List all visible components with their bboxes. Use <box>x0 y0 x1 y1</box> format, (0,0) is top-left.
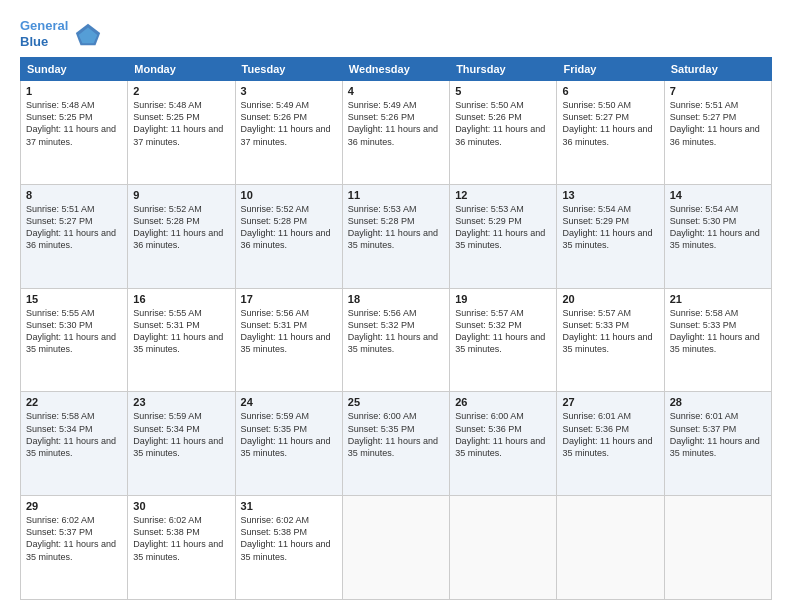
day-number: 13 <box>562 189 658 201</box>
calendar-cell: 14 Sunrise: 5:54 AM Sunset: 5:30 PM Dayl… <box>664 184 771 288</box>
weekday-header-thursday: Thursday <box>450 58 557 81</box>
calendar-cell <box>450 496 557 600</box>
day-info: Sunrise: 6:01 AM Sunset: 5:36 PM Dayligh… <box>562 410 658 459</box>
day-number: 16 <box>133 293 229 305</box>
calendar-cell: 1 Sunrise: 5:48 AM Sunset: 5:25 PM Dayli… <box>21 81 128 185</box>
day-number: 27 <box>562 396 658 408</box>
logo: General Blue <box>20 18 102 49</box>
day-info: Sunrise: 5:54 AM Sunset: 5:29 PM Dayligh… <box>562 203 658 252</box>
day-number: 2 <box>133 85 229 97</box>
weekday-header-tuesday: Tuesday <box>235 58 342 81</box>
day-info: Sunrise: 5:54 AM Sunset: 5:30 PM Dayligh… <box>670 203 766 252</box>
calendar-cell <box>664 496 771 600</box>
day-number: 11 <box>348 189 444 201</box>
calendar-cell: 6 Sunrise: 5:50 AM Sunset: 5:27 PM Dayli… <box>557 81 664 185</box>
day-number: 6 <box>562 85 658 97</box>
day-number: 19 <box>455 293 551 305</box>
calendar-cell: 28 Sunrise: 6:01 AM Sunset: 5:37 PM Dayl… <box>664 392 771 496</box>
day-number: 14 <box>670 189 766 201</box>
day-number: 17 <box>241 293 337 305</box>
day-number: 1 <box>26 85 122 97</box>
day-number: 10 <box>241 189 337 201</box>
day-info: Sunrise: 5:51 AM Sunset: 5:27 PM Dayligh… <box>26 203 122 252</box>
day-number: 30 <box>133 500 229 512</box>
day-number: 23 <box>133 396 229 408</box>
day-info: Sunrise: 5:56 AM Sunset: 5:31 PM Dayligh… <box>241 307 337 356</box>
day-info: Sunrise: 5:52 AM Sunset: 5:28 PM Dayligh… <box>241 203 337 252</box>
day-info: Sunrise: 5:49 AM Sunset: 5:26 PM Dayligh… <box>348 99 444 148</box>
day-info: Sunrise: 5:58 AM Sunset: 5:33 PM Dayligh… <box>670 307 766 356</box>
day-number: 15 <box>26 293 122 305</box>
calendar-cell: 24 Sunrise: 5:59 AM Sunset: 5:35 PM Dayl… <box>235 392 342 496</box>
day-info: Sunrise: 6:00 AM Sunset: 5:35 PM Dayligh… <box>348 410 444 459</box>
calendar-cell: 19 Sunrise: 5:57 AM Sunset: 5:32 PM Dayl… <box>450 288 557 392</box>
day-info: Sunrise: 6:00 AM Sunset: 5:36 PM Dayligh… <box>455 410 551 459</box>
day-number: 21 <box>670 293 766 305</box>
day-info: Sunrise: 5:57 AM Sunset: 5:33 PM Dayligh… <box>562 307 658 356</box>
day-number: 29 <box>26 500 122 512</box>
day-info: Sunrise: 5:48 AM Sunset: 5:25 PM Dayligh… <box>133 99 229 148</box>
day-info: Sunrise: 5:50 AM Sunset: 5:26 PM Dayligh… <box>455 99 551 148</box>
day-info: Sunrise: 5:48 AM Sunset: 5:25 PM Dayligh… <box>26 99 122 148</box>
day-number: 20 <box>562 293 658 305</box>
calendar-cell: 5 Sunrise: 5:50 AM Sunset: 5:26 PM Dayli… <box>450 81 557 185</box>
day-info: Sunrise: 5:55 AM Sunset: 5:30 PM Dayligh… <box>26 307 122 356</box>
calendar-cell: 12 Sunrise: 5:53 AM Sunset: 5:29 PM Dayl… <box>450 184 557 288</box>
calendar-cell: 25 Sunrise: 6:00 AM Sunset: 5:35 PM Dayl… <box>342 392 449 496</box>
day-number: 4 <box>348 85 444 97</box>
calendar-cell: 23 Sunrise: 5:59 AM Sunset: 5:34 PM Dayl… <box>128 392 235 496</box>
logo-text: General Blue <box>20 18 68 49</box>
day-number: 22 <box>26 396 122 408</box>
calendar-cell: 11 Sunrise: 5:53 AM Sunset: 5:28 PM Dayl… <box>342 184 449 288</box>
day-info: Sunrise: 5:59 AM Sunset: 5:34 PM Dayligh… <box>133 410 229 459</box>
calendar-cell: 26 Sunrise: 6:00 AM Sunset: 5:36 PM Dayl… <box>450 392 557 496</box>
weekday-header-sunday: Sunday <box>21 58 128 81</box>
logo-icon <box>74 20 102 48</box>
calendar-cell: 30 Sunrise: 6:02 AM Sunset: 5:38 PM Dayl… <box>128 496 235 600</box>
calendar-cell: 27 Sunrise: 6:01 AM Sunset: 5:36 PM Dayl… <box>557 392 664 496</box>
day-number: 3 <box>241 85 337 97</box>
calendar-cell: 10 Sunrise: 5:52 AM Sunset: 5:28 PM Dayl… <box>235 184 342 288</box>
calendar-cell: 9 Sunrise: 5:52 AM Sunset: 5:28 PM Dayli… <box>128 184 235 288</box>
day-info: Sunrise: 5:57 AM Sunset: 5:32 PM Dayligh… <box>455 307 551 356</box>
calendar-cell: 8 Sunrise: 5:51 AM Sunset: 5:27 PM Dayli… <box>21 184 128 288</box>
weekday-header-friday: Friday <box>557 58 664 81</box>
day-number: 5 <box>455 85 551 97</box>
calendar-cell: 13 Sunrise: 5:54 AM Sunset: 5:29 PM Dayl… <box>557 184 664 288</box>
calendar-cell: 18 Sunrise: 5:56 AM Sunset: 5:32 PM Dayl… <box>342 288 449 392</box>
day-number: 25 <box>348 396 444 408</box>
calendar-cell: 2 Sunrise: 5:48 AM Sunset: 5:25 PM Dayli… <box>128 81 235 185</box>
day-info: Sunrise: 5:55 AM Sunset: 5:31 PM Dayligh… <box>133 307 229 356</box>
calendar-cell: 22 Sunrise: 5:58 AM Sunset: 5:34 PM Dayl… <box>21 392 128 496</box>
day-number: 7 <box>670 85 766 97</box>
day-info: Sunrise: 5:51 AM Sunset: 5:27 PM Dayligh… <box>670 99 766 148</box>
calendar-cell: 29 Sunrise: 6:02 AM Sunset: 5:37 PM Dayl… <box>21 496 128 600</box>
day-info: Sunrise: 5:58 AM Sunset: 5:34 PM Dayligh… <box>26 410 122 459</box>
day-number: 12 <box>455 189 551 201</box>
calendar-cell: 7 Sunrise: 5:51 AM Sunset: 5:27 PM Dayli… <box>664 81 771 185</box>
day-info: Sunrise: 6:02 AM Sunset: 5:38 PM Dayligh… <box>133 514 229 563</box>
day-number: 9 <box>133 189 229 201</box>
weekday-header-saturday: Saturday <box>664 58 771 81</box>
day-info: Sunrise: 5:50 AM Sunset: 5:27 PM Dayligh… <box>562 99 658 148</box>
page: General Blue SundayMondayTuesdayWednesda… <box>0 0 792 612</box>
calendar-cell: 15 Sunrise: 5:55 AM Sunset: 5:30 PM Dayl… <box>21 288 128 392</box>
weekday-header-wednesday: Wednesday <box>342 58 449 81</box>
day-info: Sunrise: 6:01 AM Sunset: 5:37 PM Dayligh… <box>670 410 766 459</box>
day-number: 8 <box>26 189 122 201</box>
day-info: Sunrise: 5:49 AM Sunset: 5:26 PM Dayligh… <box>241 99 337 148</box>
day-number: 24 <box>241 396 337 408</box>
calendar-table: SundayMondayTuesdayWednesdayThursdayFrid… <box>20 57 772 600</box>
calendar-cell <box>557 496 664 600</box>
day-number: 28 <box>670 396 766 408</box>
header: General Blue <box>20 18 772 49</box>
day-info: Sunrise: 5:56 AM Sunset: 5:32 PM Dayligh… <box>348 307 444 356</box>
calendar-cell <box>342 496 449 600</box>
calendar-cell: 21 Sunrise: 5:58 AM Sunset: 5:33 PM Dayl… <box>664 288 771 392</box>
day-number: 26 <box>455 396 551 408</box>
day-info: Sunrise: 5:52 AM Sunset: 5:28 PM Dayligh… <box>133 203 229 252</box>
calendar-cell: 4 Sunrise: 5:49 AM Sunset: 5:26 PM Dayli… <box>342 81 449 185</box>
day-info: Sunrise: 6:02 AM Sunset: 5:37 PM Dayligh… <box>26 514 122 563</box>
day-info: Sunrise: 6:02 AM Sunset: 5:38 PM Dayligh… <box>241 514 337 563</box>
day-number: 18 <box>348 293 444 305</box>
